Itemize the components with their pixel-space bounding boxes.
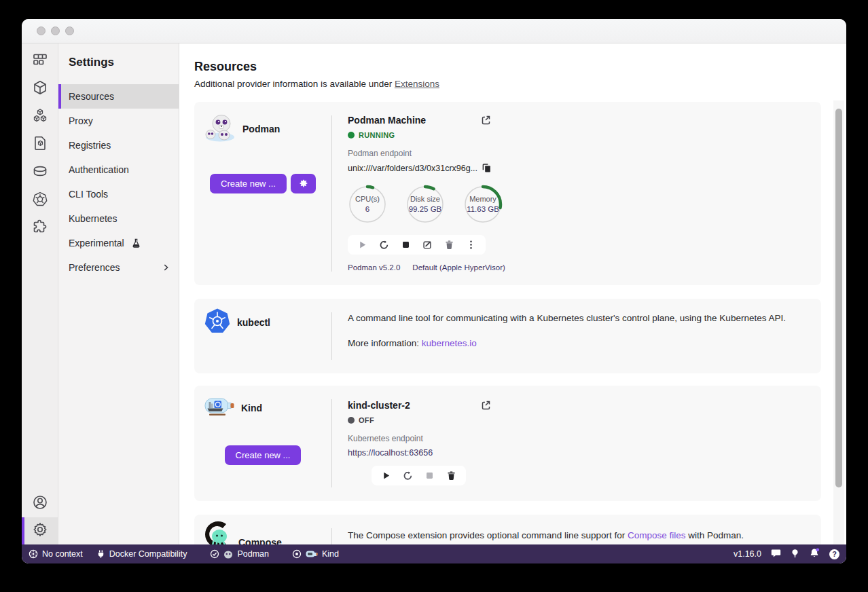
delete-icon[interactable] xyxy=(446,470,456,481)
status-dot-running xyxy=(348,132,355,138)
plug-icon xyxy=(96,549,105,559)
podman-version: Podman v5.2.0 xyxy=(348,263,400,272)
lightbulb-icon[interactable] xyxy=(791,549,799,560)
restart-icon[interactable] xyxy=(403,470,413,481)
chevron-right-icon xyxy=(161,263,170,272)
podman-create-new-button[interactable]: Create new ... xyxy=(210,174,287,193)
gear-icon xyxy=(298,178,308,190)
stop-icon[interactable] xyxy=(424,470,435,481)
minimize-window-button[interactable] xyxy=(51,26,60,35)
nav-item-experimental[interactable]: Experimental xyxy=(58,231,179,255)
kind-cluster-name: kind-cluster-2 xyxy=(348,400,410,411)
podman-endpoint-label: Podman endpoint xyxy=(348,149,821,158)
nav-item-proxy[interactable]: Proxy xyxy=(58,109,179,133)
kind-provider-card: Kind Create new ... kind-cluster-2 OFF xyxy=(194,386,821,501)
memory-gauge: Memory11.63 GB xyxy=(463,185,503,224)
nav-item-authentication[interactable]: Authentication xyxy=(58,158,179,182)
provider-name-kind: Kind xyxy=(241,403,262,413)
nav-item-cli-tools[interactable]: CLI Tools xyxy=(58,182,179,206)
kind-create-new-button[interactable]: Create new ... xyxy=(225,445,302,465)
compose-provider-card: Compose The Compose extension provides o… xyxy=(194,515,821,544)
sidebar-item-dashboard[interactable] xyxy=(22,48,58,75)
containers-icon xyxy=(32,79,48,98)
restart-icon[interactable] xyxy=(379,240,389,250)
external-link-icon[interactable] xyxy=(480,114,492,126)
kubectl-logo xyxy=(204,308,231,337)
title-bar xyxy=(22,19,846,43)
kind-endpoint-label: Kubernetes endpoint xyxy=(348,434,821,443)
kubectl-provider-card: kubectl A command line tool for communic… xyxy=(194,299,821,373)
machine-gauges: CPU(s)6 Disk size99.25 GB Memory11.63 GB xyxy=(348,185,821,224)
external-link-icon[interactable] xyxy=(480,399,492,411)
copy-icon[interactable] xyxy=(482,163,492,173)
podman-machine-name: Podman Machine xyxy=(348,115,426,126)
feedback-icon[interactable] xyxy=(771,548,781,560)
kubectl-more-info: More information: kubernetes.io xyxy=(348,337,821,350)
scrollbar-track[interactable] xyxy=(833,100,844,544)
scrollbar-thumb[interactable] xyxy=(835,109,842,487)
cpu-gauge: CPU(s)6 xyxy=(348,185,387,224)
settings-nav: Settings Resources Proxy Registries Auth… xyxy=(58,43,179,544)
sidebar-item-extensions[interactable] xyxy=(22,215,58,242)
kebab-menu-icon[interactable] xyxy=(466,240,476,250)
kind-status[interactable]: Kind xyxy=(292,549,339,559)
dashboard-icon xyxy=(32,52,48,71)
close-window-button[interactable] xyxy=(37,26,46,35)
notifications-bell-icon[interactable] xyxy=(809,548,820,560)
kind-cluster-actions xyxy=(372,466,466,485)
compose-logo xyxy=(204,520,232,544)
start-icon[interactable] xyxy=(357,240,367,250)
maximize-window-button[interactable] xyxy=(65,26,74,35)
settings-nav-title: Settings xyxy=(58,56,179,69)
compose-description: The Compose extension provides optional … xyxy=(348,530,821,542)
podman-logo xyxy=(204,113,236,145)
status-bar: No context Docker Compatibility Podman K… xyxy=(22,544,846,563)
volumes-icon xyxy=(32,163,48,182)
stop-icon[interactable] xyxy=(401,240,411,250)
sidebar-item-pods[interactable] xyxy=(22,103,58,130)
nav-item-kubernetes[interactable]: Kubernetes xyxy=(58,206,179,231)
edit-icon[interactable] xyxy=(422,240,433,250)
podman-mini-icon xyxy=(223,549,233,559)
podman-status[interactable]: Podman xyxy=(210,549,269,559)
podman-hypervisor: Default (Apple HyperVisor) xyxy=(412,263,505,272)
start-icon[interactable] xyxy=(381,470,391,481)
nav-item-registries[interactable]: Registries xyxy=(58,133,179,158)
kind-endpoint-value: https://localhost:63656 xyxy=(348,448,433,458)
kubernetes-icon xyxy=(32,191,48,210)
pods-icon xyxy=(32,107,48,126)
sidebar-item-containers[interactable] xyxy=(22,75,58,103)
provider-name-compose: Compose xyxy=(238,537,282,544)
kind-mini-icon xyxy=(306,550,318,558)
flask-icon xyxy=(131,238,141,248)
sidebar-item-account[interactable] xyxy=(22,490,58,517)
sidebar-item-volumes[interactable] xyxy=(22,159,58,186)
app-version: v1.16.0 xyxy=(734,549,761,559)
sidebar-item-settings[interactable] xyxy=(22,517,58,544)
provider-name-podman: Podman xyxy=(242,124,280,134)
extensions-link[interactable]: Extensions xyxy=(395,79,439,89)
help-icon[interactable]: ? xyxy=(829,549,839,559)
page-subtitle: Additional provider information is avail… xyxy=(194,79,846,89)
settings-gear-icon xyxy=(35,521,48,540)
sidebar-item-images[interactable] xyxy=(22,131,58,158)
kube-context-icon xyxy=(29,549,38,559)
kubernetes-io-link[interactable]: kubernetes.io xyxy=(422,338,477,348)
nav-item-resources[interactable]: Resources xyxy=(58,84,179,109)
resources-page: Resources Additional provider informatio… xyxy=(179,43,846,544)
kube-context-status[interactable]: No context xyxy=(29,549,83,559)
podman-endpoint-value: unix:///var/folders/d3/0x31crx96g... xyxy=(348,164,477,173)
sidebar-item-kubernetes[interactable] xyxy=(22,187,58,214)
delete-icon[interactable] xyxy=(444,240,454,250)
podman-provider-card: Podman Create new ... Podman Machine xyxy=(194,102,821,285)
kind-cluster-status: OFF xyxy=(348,416,821,424)
docker-compatibility-status[interactable]: Docker Compatibility xyxy=(96,549,187,559)
compose-files-link[interactable]: Compose files xyxy=(628,530,686,540)
app-sidebar xyxy=(22,43,58,544)
record-circle-icon xyxy=(292,549,302,559)
provider-name-kubectl: kubectl xyxy=(237,317,270,328)
disk-gauge: Disk size99.25 GB xyxy=(405,185,445,224)
podman-settings-button[interactable] xyxy=(291,174,316,193)
nav-item-preferences[interactable]: Preferences xyxy=(58,255,179,280)
page-title: Resources xyxy=(194,60,846,74)
